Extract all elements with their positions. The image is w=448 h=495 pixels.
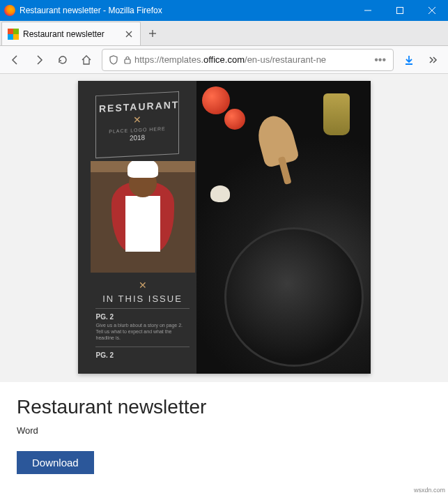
crossed-utensils-icon: ✕ [91,280,195,291]
template-title: Restaurant newsletter [17,396,431,418]
page-label: PG. 2 [91,313,195,321]
new-tab-button[interactable] [141,22,164,45]
url-bar[interactable]: https://templates.office.com/en-us/resta… [102,49,394,71]
chef-photo [91,161,195,273]
window-close-button[interactable] [416,0,448,21]
garlic-image [210,185,230,202]
page-content: RESTAURANT ✕ PLACE LOGO HERE 2018 ✕ IN T… [0,74,448,495]
page-actions-button[interactable]: ••• [371,54,389,66]
frying-pan-image [224,227,364,367]
browser-tab[interactable]: Restaurant newsletter [1,22,141,45]
shield-icon[interactable] [107,53,121,67]
issue-heading: IN THIS ISSUE [91,294,195,304]
svg-rect-1 [397,8,403,14]
tomato-image [202,86,230,114]
utensils-icon: ✕ [99,112,176,128]
page-label: PG. 2 [91,351,195,359]
nav-toolbar: https://templates.office.com/en-us/resta… [0,46,448,74]
forward-button[interactable] [28,49,50,71]
downloads-button[interactable] [398,49,420,71]
template-details: Restaurant newsletter Word Download [0,382,448,495]
window-maximize-button[interactable] [384,0,416,21]
back-button[interactable] [4,49,26,71]
oil-bottle-image [323,93,350,135]
tomato-image [224,109,245,130]
reload-button[interactable] [52,49,74,71]
window-title: Restaurant newsletter - Mozilla Firefox [20,6,352,15]
lock-icon[interactable] [121,53,134,67]
badge-title: RESTAURANT [99,99,176,114]
home-button[interactable] [75,49,98,71]
ms-favicon-icon [8,29,19,40]
issue-blurb: Give us a blurb about a story on page 2.… [91,321,195,342]
watermark: wsxdn.com [414,487,445,494]
tab-strip: Restaurant newsletter [0,21,448,46]
window-minimize-button[interactable] [352,0,384,21]
template-preview: RESTAURANT ✕ PLACE LOGO HERE 2018 ✕ IN T… [78,81,371,374]
issue-panel: ✕ IN THIS ISSUE PG. 2 Give us a blurb ab… [91,280,195,359]
url-text[interactable]: https://templates.office.com/en-us/resta… [134,54,371,65]
template-app: Word [17,425,431,436]
svg-rect-8 [125,59,130,63]
tab-close-button[interactable] [123,29,134,40]
download-button[interactable]: Download [17,451,94,474]
restaurant-badge: RESTAURANT ✕ PLACE LOGO HERE 2018 [95,91,179,158]
window-titlebar: Restaurant newsletter - Mozilla Firefox [0,0,448,21]
overflow-button[interactable] [422,49,444,71]
firefox-icon [4,5,15,16]
tab-label: Restaurant newsletter [23,29,123,39]
